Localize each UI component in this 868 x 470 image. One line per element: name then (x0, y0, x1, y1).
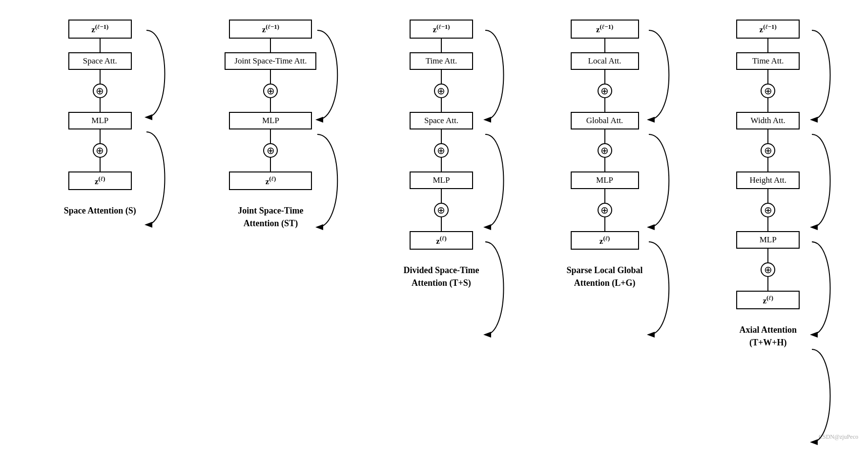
col3-circle1: ⊕ (434, 84, 449, 98)
col5-conn7 (767, 217, 768, 231)
col3-column: z(ℓ−1) Time Att. ⊕ Space Att. ⊕ MLP ⊕ z(… (388, 15, 495, 289)
col5-node-mlp: MLP (736, 231, 800, 249)
col2-conn4 (270, 129, 271, 143)
col2-diagram: z(ℓ−1) Joint Space-Time Att. ⊕ MLP ⊕ z(ℓ… (225, 15, 316, 195)
col2-circle1: ⊕ (263, 84, 278, 98)
col5-circle1: ⊕ (761, 84, 775, 98)
col4-nodes: z(ℓ−1) Local Att. ⊕ Global Att. ⊕ MLP ⊕ … (571, 15, 639, 255)
col4-conn5 (604, 158, 605, 171)
col5-conn5 (767, 158, 768, 171)
col3-conn2 (441, 70, 442, 84)
col4-circle3: ⊕ (598, 203, 612, 217)
col2-node-z-curr: z(ℓ) (229, 171, 312, 191)
col2-nodes: z(ℓ−1) Joint Space-Time Att. ⊕ MLP ⊕ z(ℓ… (225, 15, 316, 195)
col5-conn2 (767, 70, 768, 84)
col1-conn3 (100, 98, 101, 112)
col1-circle1: ⊕ (93, 84, 107, 98)
col5-node-width-att: Width Att. (736, 112, 800, 129)
col1-diagram: z(ℓ−1) Space Att. ⊕ MLP ⊕ z(ℓ) (68, 15, 132, 195)
col3-node-mlp: MLP (410, 171, 473, 189)
col3-conn3 (441, 98, 442, 112)
col5-node-z-prev: z(ℓ−1) (736, 20, 800, 39)
col5-conn8 (767, 249, 768, 262)
col3-nodes: z(ℓ−1) Time Att. ⊕ Space Att. ⊕ MLP ⊕ z(… (410, 15, 473, 255)
col3-conn1 (441, 39, 442, 52)
col1-label: Space Attention (S) (64, 205, 136, 217)
col5-label: Axial Attention(T+W+H) (739, 324, 797, 348)
col2-node-joint-att: Joint Space-Time Att. (225, 52, 316, 70)
col3-diagram: z(ℓ−1) Time Att. ⊕ Space Att. ⊕ MLP ⊕ z(… (410, 15, 473, 255)
col1-conn1 (100, 39, 101, 52)
col5-conn3 (767, 98, 768, 112)
col2-conn2 (270, 70, 271, 84)
col4-diagram: z(ℓ−1) Local Att. ⊕ Global Att. ⊕ MLP ⊕ … (571, 15, 639, 255)
col5-node-z-curr: z(ℓ) (736, 291, 800, 310)
col3-conn6 (441, 189, 442, 203)
col5-column: z(ℓ−1) Time Att. ⊕ Width Att. ⊕ Height A… (714, 15, 822, 349)
col2-conn3 (270, 98, 271, 112)
col1-node-z-prev: z(ℓ−1) (68, 20, 132, 39)
col5-node-time-att: Time Att. (736, 52, 800, 70)
col4-node-global-att: Global Att. (571, 112, 639, 129)
col1-node-space-att: Space Att. (68, 52, 132, 70)
col1-nodes: z(ℓ−1) Space Att. ⊕ MLP ⊕ z(ℓ) (68, 15, 132, 195)
col2-conn5 (270, 158, 271, 171)
col3-node-z-prev: z(ℓ−1) (410, 20, 473, 39)
col4-circle2: ⊕ (598, 143, 612, 158)
col4-conn7 (604, 217, 605, 231)
col4-node-mlp: MLP (571, 171, 639, 189)
col4-node-z-prev: z(ℓ−1) (571, 20, 639, 39)
col3-circle3: ⊕ (434, 203, 449, 217)
col4-conn4 (604, 129, 605, 143)
col4-node-local-att: Local Att. (571, 52, 639, 70)
col4-circle1: ⊕ (598, 84, 612, 98)
col2-column: z(ℓ−1) Joint Space-Time Att. ⊕ MLP ⊕ z(ℓ… (207, 15, 334, 230)
col5-diagram: z(ℓ−1) Time Att. ⊕ Width Att. ⊕ Height A… (736, 15, 800, 314)
col5-node-height-att: Height Att. (736, 171, 800, 189)
col2-conn1 (270, 39, 271, 52)
col4-conn3 (604, 98, 605, 112)
col2-circle2: ⊕ (263, 143, 278, 158)
col5-circle2: ⊕ (761, 143, 775, 158)
col1-node-mlp: MLP (68, 112, 132, 129)
col1-node-z-curr: z(ℓ) (68, 171, 132, 191)
col5-circle4: ⊕ (761, 262, 775, 277)
col5-nodes: z(ℓ−1) Time Att. ⊕ Width Att. ⊕ Height A… (736, 15, 800, 314)
col1-circle2: ⊕ (93, 143, 107, 158)
col3-node-z-curr: z(ℓ) (410, 231, 473, 250)
col1-conn4 (100, 129, 101, 143)
col1-conn2 (100, 70, 101, 84)
col1-conn5 (100, 158, 101, 171)
col4-column: z(ℓ−1) Local Att. ⊕ Global Att. ⊕ MLP ⊕ … (549, 15, 661, 289)
col2-node-mlp: MLP (229, 112, 312, 129)
col5-conn1 (767, 39, 768, 52)
col4-node-z-curr: z(ℓ) (571, 231, 639, 250)
col3-node-time-att: Time Att. (410, 52, 473, 70)
col3-conn7 (441, 217, 442, 231)
main-container: z(ℓ−1) Space Att. ⊕ MLP ⊕ z(ℓ) Space Att… (0, 0, 868, 470)
col2-label: Joint Space-TimeAttention (ST) (238, 205, 303, 229)
col3-node-space-att: Space Att. (410, 112, 473, 129)
col3-label: Divided Space-TimeAttention (T+S) (403, 264, 479, 289)
col3-conn4 (441, 129, 442, 143)
col5-conn6 (767, 189, 768, 203)
col4-conn2 (604, 70, 605, 84)
col5-circle3: ⊕ (761, 203, 775, 217)
col3-conn5 (441, 158, 442, 171)
col4-conn6 (604, 189, 605, 203)
col2-node-z-prev: z(ℓ−1) (229, 20, 312, 39)
col5-conn4 (767, 129, 768, 143)
watermark: CSDN@zjuPeco (819, 433, 858, 441)
col4-label: Sparse Local GlobalAttention (L+G) (567, 264, 643, 289)
col5-conn9 (767, 277, 768, 291)
col4-conn1 (604, 39, 605, 52)
col3-circle2: ⊕ (434, 143, 449, 158)
col1-column: z(ℓ−1) Space Att. ⊕ MLP ⊕ z(ℓ) Space Att… (46, 15, 154, 217)
